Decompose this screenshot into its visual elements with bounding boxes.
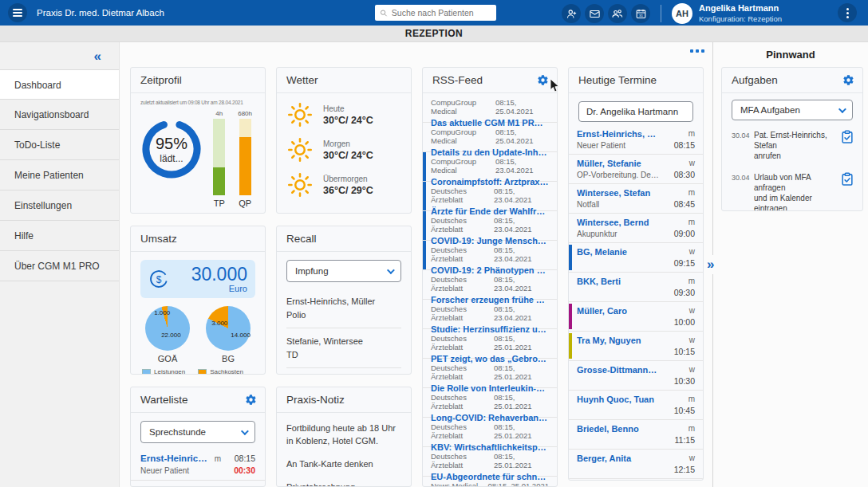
warteliste-settings-button[interactable] bbox=[245, 394, 257, 406]
rss-item[interactable]: CompuGroup Medical 08:15, 23.04.2021 Cor… bbox=[423, 152, 557, 182]
rss-item[interactable]: Deutsches Ärzteblatt 08:15, 25.01.2021 K… bbox=[423, 418, 557, 447]
task-row[interactable]: 30.04 Pat. Ernst-Heinrichs, Stefan anruf… bbox=[722, 127, 862, 164]
appointment-row[interactable]: Ernst-Heinrichs, Stefan Neuer Patient m … bbox=[569, 125, 703, 155]
dashboard-more-button[interactable] bbox=[690, 49, 704, 53]
patient-name-link[interactable]: Huynh Quoc, Tuan bbox=[577, 395, 661, 404]
appointment-row[interactable]: Wintersee, Stefan Notfall m 08:45 bbox=[569, 184, 703, 214]
sidebar-item[interactable]: ToDo-Liste bbox=[0, 130, 119, 160]
more-options-button[interactable] bbox=[838, 3, 857, 22]
practice-notes: Fortbildung heute ab 18 Uhr in Koblenz, … bbox=[277, 413, 411, 486]
appointment-row[interactable]: Tra My, Nguyen w 10:15 bbox=[569, 332, 703, 361]
sidebar-item[interactable]: Über CGM M1 PRO bbox=[0, 251, 119, 281]
messages-button[interactable] bbox=[585, 4, 604, 23]
patient-search[interactable] bbox=[375, 5, 496, 21]
recall-entry[interactable]: Stefanie, Wintersee Influenza bbox=[286, 368, 401, 374]
rss-item[interactable]: CompuGroup Medical 08:15, 25.04.2021 Det… bbox=[423, 123, 557, 152]
rss-item[interactable]: News Medical 08:15, 25.01.2021 bbox=[423, 477, 557, 486]
gender: m bbox=[688, 129, 695, 138]
appointment-time: 10:30 bbox=[674, 376, 695, 386]
sidebar-item-label: Hilfe bbox=[14, 230, 34, 242]
forecast-temp: 36°C/ 29°C bbox=[323, 185, 373, 196]
appointment-row[interactable]: Briedel, Benno m 11:15 bbox=[569, 420, 703, 450]
patient-name-link[interactable]: Müller, Stefanie bbox=[577, 159, 661, 168]
patient-name-link[interactable]: Tra My, Nguyen bbox=[577, 336, 661, 345]
appointment-row[interactable]: Grosse-Dittmannshausen, Marie-Lo... w 10… bbox=[569, 361, 703, 391]
appointment-time: 08:45 bbox=[674, 199, 695, 209]
appointment-row[interactable]: BKK, Berti m 09:30 bbox=[569, 273, 703, 302]
appointment-note: Neuer Patient bbox=[577, 141, 661, 150]
user-menu[interactable]: AH Angelika Hartmann Konfiguration: Reze… bbox=[672, 3, 782, 24]
calendar-button[interactable]: 31 bbox=[631, 4, 650, 23]
category-color-bar bbox=[569, 245, 572, 270]
rss-timestamp: 08:15, 23.04.2021 bbox=[494, 187, 549, 204]
sun-icon bbox=[288, 103, 312, 127]
umsatz-card: Umsatz $ 30.000 Euro bbox=[130, 226, 266, 375]
appointment-time: 10:45 bbox=[674, 406, 695, 415]
wait-duration: 00:30 bbox=[225, 465, 255, 475]
recall-entry[interactable]: Ernst-Heinrichs, Müller Polio bbox=[286, 289, 401, 328]
gender: m bbox=[688, 188, 695, 197]
task-row[interactable]: 30.04 Urlaub von MFA anfragen und im Kal… bbox=[722, 169, 862, 210]
appointment-row[interactable]: BG, Melanie w 09:15 bbox=[569, 243, 703, 273]
task-complete-button[interactable] bbox=[840, 172, 854, 190]
patient-name-link[interactable]: Berger, Anita bbox=[577, 454, 661, 463]
card-title: RSS-Feed bbox=[432, 74, 483, 86]
recall-entry[interactable]: Stefanie, Wintersee TD bbox=[286, 328, 401, 368]
appointment-row[interactable]: Berger, Anita w 12:15 bbox=[569, 450, 703, 479]
rss-item[interactable]: Deutsches Ärzteblatt 08:15, 23.04.2021 Ä… bbox=[423, 182, 557, 211]
task-complete-button[interactable] bbox=[840, 130, 854, 147]
appointment-time: 08:30 bbox=[674, 170, 695, 179]
gender: m bbox=[688, 395, 695, 403]
aufgaben-settings-button[interactable] bbox=[842, 74, 854, 86]
appointment-row[interactable]: Müller, Stefanie OP-Vorbereitung. Der Te… bbox=[569, 155, 703, 184]
sidebar-item[interactable]: Dashboard bbox=[0, 69, 119, 100]
patient-name-link[interactable]: Wintersee, Bernd bbox=[577, 218, 661, 227]
patient-name-link[interactable]: Briedel, Benno bbox=[577, 424, 661, 434]
patient-group-button[interactable] bbox=[608, 4, 627, 23]
rss-item[interactable]: Deutsches Ärzteblatt 08:15, 23.04.2021 C… bbox=[423, 241, 557, 270]
sidebar-collapse-icon[interactable]: « bbox=[94, 49, 101, 63]
rss-timestamp: 08:15, 23.04.2021 bbox=[494, 275, 549, 293]
rss-item[interactable]: CompuGroup Medical 08:15, 25.04.2021 Das… bbox=[423, 93, 557, 123]
appointment-row[interactable]: Wintersee, Bernd Akupunktur m 09:00 bbox=[569, 214, 703, 243]
hamburger-button[interactable] bbox=[8, 3, 27, 22]
warteliste-filter-select[interactable]: Sprechstunde bbox=[140, 421, 255, 443]
rss-item[interactable]: Deutsches Ärzteblatt 08:15, 25.01.2021 E… bbox=[423, 447, 557, 477]
rss-timestamp: 08:15, 25.01.2021 bbox=[494, 363, 549, 381]
sidebar-item[interactable]: Einstellungen bbox=[0, 190, 119, 221]
search-input[interactable] bbox=[392, 8, 491, 18]
sidebar-item[interactable]: Hilfe bbox=[0, 221, 119, 251]
appointment-row[interactable]: Huynh Quoc, Tuan m 10:45 bbox=[569, 391, 703, 420]
sidebar-item[interactable]: Navigationsboard bbox=[0, 100, 119, 130]
rss-item[interactable]: Deutsches Ärzteblatt 08:15, 23.04.2021 C… bbox=[423, 211, 557, 241]
rss-item[interactable]: Deutsches Ärzteblatt 08:15, 23.04.2021 S… bbox=[423, 300, 557, 329]
calendar-icon: 31 bbox=[635, 8, 647, 20]
warteliste-card: Warteliste Sprechstunde Ernst-Hein bbox=[130, 387, 266, 487]
patient-name-link[interactable]: Grosse-Dittmannshausen, Marie-Lo... bbox=[577, 365, 661, 375]
warteliste-row[interactable]: Ernst-Heinrichs, Stefan m 08:15 Neuer Pa… bbox=[131, 448, 265, 481]
patient-name-link[interactable]: Ernst-Heinrichs, Stefan bbox=[140, 454, 211, 463]
rss-item[interactable]: Deutsches Ärzteblatt 08:15, 25.01.2021 D… bbox=[423, 359, 557, 388]
patient-name-link[interactable]: BG, Melanie bbox=[577, 247, 661, 257]
rss-settings-button[interactable] bbox=[537, 74, 549, 86]
gender: w bbox=[689, 247, 695, 256]
warteliste-row[interactable]: Müller, Stefanie w 08:30 bbox=[131, 481, 265, 486]
patient-name-link[interactable]: Müller, Caro bbox=[577, 306, 661, 316]
patient-name-link[interactable]: BKK, Berti bbox=[577, 277, 661, 286]
sidebar-item[interactable]: Meine Patienten bbox=[0, 160, 119, 190]
patient-name-link[interactable]: Ernst-Heinrichs, Stefan bbox=[577, 129, 661, 139]
patient-name-link[interactable]: Wintersee, Stefan bbox=[577, 188, 661, 198]
rss-item[interactable]: Deutsches Ärzteblatt 08:15, 25.01.2021 P… bbox=[423, 329, 557, 359]
gender: m bbox=[688, 277, 695, 285]
rss-item[interactable]: Deutsches Ärzteblatt 08:15, 25.01.2021 L… bbox=[423, 388, 557, 418]
rss-item[interactable]: Deutsches Ärzteblatt 08:15, 23.04.2021 F… bbox=[423, 270, 557, 300]
add-patient-button[interactable] bbox=[562, 4, 581, 23]
pinnwand-expand-icon[interactable]: » bbox=[707, 255, 714, 274]
aufgaben-filter-select[interactable]: MFA Aufgaben bbox=[732, 100, 853, 120]
pie-value: 22.000 bbox=[161, 332, 180, 339]
bar-label: TP bbox=[214, 198, 225, 208]
gender: w bbox=[689, 306, 695, 315]
recall-filter-select[interactable]: Impfung bbox=[286, 260, 401, 282]
doctor-filter-select[interactable]: Dr. Angelika Hartmann bbox=[578, 101, 693, 122]
appointment-row[interactable]: Müller, Caro w 10:00 bbox=[569, 302, 703, 332]
